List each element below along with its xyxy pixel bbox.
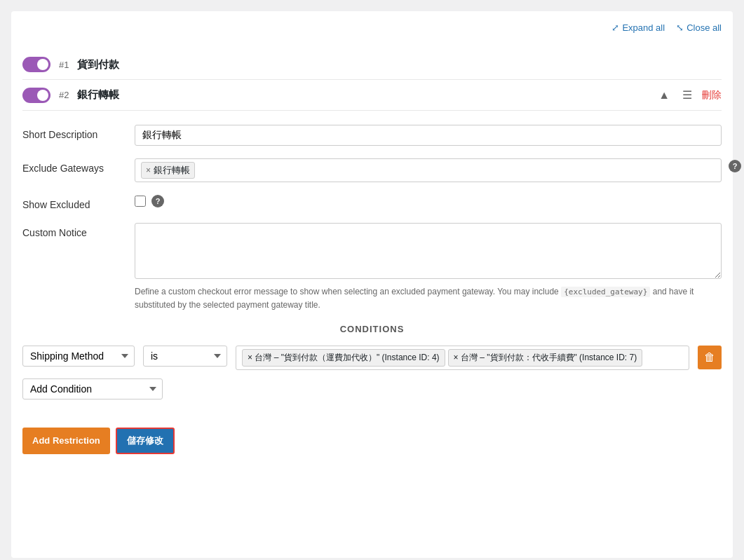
custom-notice-help-icon[interactable]: ? [729,160,741,172]
rule2-actions: ▲ ☰ 刪除 [656,87,722,103]
add-condition-select[interactable]: Add Condition [22,378,163,399]
conditions-title: CONDITIONS [22,324,722,334]
rule2-title: 銀行轉帳 [77,88,647,102]
close-all-button[interactable]: ⤡ Close all [676,22,722,33]
rule1-title: 貨到付款 [77,58,722,71]
custom-notice-control: ? Define a custom checkout error message… [135,223,722,311]
exclude-gateways-tag-label: 銀行轉帳 [154,164,190,177]
exclude-gateways-tag: × 銀行轉帳 [141,162,195,179]
custom-notice-textarea[interactable] [135,223,722,279]
close-all-icon: ⤡ [676,22,684,33]
rule2-number: #2 [59,90,69,100]
short-description-label: Short Description [22,125,135,140]
custom-notice-label: Custom Notice [22,223,135,238]
show-excluded-help-icon[interactable]: ? [151,195,164,207]
condition-tag-1-label: × 台灣 – "貨到付款（運費加代收）" (Instance ID: 4) [248,352,440,364]
rule2-up-button[interactable]: ▲ [656,88,672,103]
exclude-gateways-control: × 銀行轉帳 [135,158,722,182]
add-condition-row: Add Condition [22,378,722,399]
hint-code: {excluded_gateway} [561,287,650,297]
exclude-gateways-tag-input[interactable]: × 銀行轉帳 [135,158,722,182]
show-excluded-label: Show Excluded [22,195,135,210]
condition-tag-2-label: × 台灣 – "貨到付款：代收手續費" (Instance ID: 7) [454,352,637,364]
rule1-number: #1 [59,60,69,70]
rule2-expanded-panel: Short Description Exclude Gateways × 銀行轉… [22,111,722,468]
exclude-gateways-label: Exclude Gateways [22,158,135,174]
condition-tag-2: × 台灣 – "貨到付款：代收手續費" (Instance ID: 7) [448,349,643,367]
rule-row-2: #2 銀行轉帳 ▲ ☰ 刪除 [22,80,722,111]
rule-row-1: #1 貨到付款 [22,50,722,80]
show-excluded-checkbox-row: ? [135,195,722,207]
short-description-input[interactable] [135,125,722,146]
show-excluded-checkbox[interactable] [135,196,146,207]
rule2-toggle[interactable] [22,88,50,103]
custom-notice-row: Custom Notice ? Define a custom checkout… [22,223,722,311]
short-description-control [135,125,722,146]
delete-condition-icon: 🗑 [704,351,715,364]
rule2-delete-button[interactable]: 刪除 [702,89,722,102]
condition-type-select[interactable]: Shipping Method [22,346,135,367]
show-excluded-control: ? [135,195,722,207]
short-description-row: Short Description [22,125,722,146]
delete-condition-button[interactable]: 🗑 [698,346,722,369]
expand-all-label: Expand all [622,22,665,33]
exclude-gateways-tag-remove[interactable]: × [146,165,151,175]
close-all-label: Close all [686,22,722,33]
condition-operator-select[interactable]: is [143,346,227,367]
condition-tag-1: × 台灣 – "貨到付款（運費加代收）" (Instance ID: 4) [242,349,445,367]
bottom-actions: Add Restriction 儲存修改 [22,416,722,454]
show-excluded-row: Show Excluded ? [22,195,722,210]
conditions-section: CONDITIONS Shipping Method is × 台灣 – "貨到… [22,324,722,399]
rule2-reorder-button[interactable]: ☰ [679,87,695,103]
condition-row-1: Shipping Method is × 台灣 – "貨到付款（運費加代收）" … [22,346,722,370]
custom-notice-hint: Define a custom checkout error message t… [135,285,722,311]
expand-all-button[interactable]: ⤢ Expand all [611,22,665,33]
expand-all-icon: ⤢ [611,22,619,33]
save-button[interactable]: 儲存修改 [116,428,175,454]
exclude-gateways-row: Exclude Gateways × 銀行轉帳 [22,158,722,182]
add-restriction-button[interactable]: Add Restriction [22,428,110,454]
condition-values[interactable]: × 台灣 – "貨到付款（運費加代收）" (Instance ID: 4) × … [236,346,689,370]
rule1-toggle[interactable] [22,57,50,72]
